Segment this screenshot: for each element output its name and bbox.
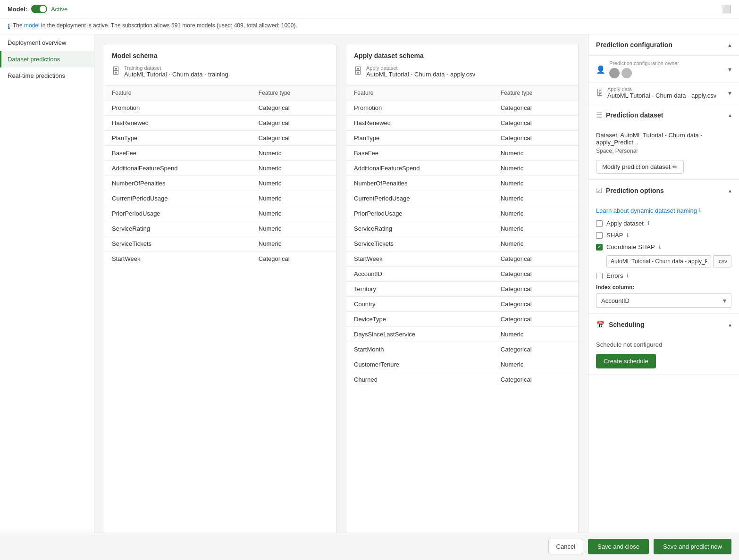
index-column-value: AccountID: [601, 297, 630, 304]
apply-schema-header-row: Feature Feature type: [346, 86, 578, 100]
model-schema-title: Model schema: [112, 52, 328, 59]
training-dataset-name: AutoML Tutorial - Churn data - training: [124, 71, 228, 78]
toggle-knob: [40, 6, 46, 12]
table-row: DaysSinceLastServiceNumeric: [346, 327, 578, 342]
sidebar-item-real-time-predictions[interactable]: Real-time predictions: [0, 67, 94, 84]
feature-type-cell: Categorical: [493, 372, 578, 387]
modify-prediction-dataset-button[interactable]: Modify prediction dataset ✏: [596, 160, 684, 174]
feature-type-cell: Categorical: [493, 282, 578, 297]
prediction-options-header[interactable]: ☑ Prediction options ▴: [588, 180, 739, 201]
model-dataset-info: 🗄 Training dataset AutoML Tutorial - Chu…: [112, 65, 328, 78]
prediction-dataset-space: Space: Personal: [596, 148, 731, 154]
model-schema-table: Feature Feature type PromotionCategorica…: [104, 86, 336, 266]
prediction-dataset-content: Dataset: AutoML Tutorial - Churn data - …: [588, 126, 739, 179]
table-row: PromotionCategorical: [346, 100, 578, 116]
index-column-select[interactable]: AccountID ▾: [596, 293, 731, 308]
shap-option-row: SHAP ℹ: [596, 232, 731, 239]
create-schedule-button[interactable]: Create schedule: [596, 354, 656, 368]
table-row: CountryCategorical: [346, 297, 578, 312]
training-dataset-label: Training dataset: [124, 65, 228, 71]
feature-type-cell: Numeric: [493, 221, 578, 236]
errors-option-row: Errors ℹ: [596, 272, 731, 279]
save-predict-button[interactable]: Save and predict now: [654, 539, 731, 554]
top-bar: Model: Active ⬜: [0, 0, 739, 18]
apply-dataset-checkbox[interactable]: [596, 220, 603, 227]
table-row: ServiceTicketsNumeric: [104, 236, 336, 251]
feature-cell: ServiceTickets: [104, 236, 251, 251]
prediction-options-icon: ☑: [596, 186, 602, 195]
apply-data-chevron-down[interactable]: ▾: [728, 89, 731, 97]
table-row: NumberOfPenaltiesNumeric: [104, 176, 336, 191]
apply-schema-panel: Apply dataset schema 🗄 Apply dataset Aut…: [346, 44, 579, 543]
prediction-options-chevron[interactable]: ▴: [729, 187, 731, 194]
sidebar-item-deployment-overview[interactable]: Deployment overview: [0, 34, 94, 51]
feature-cell: StartWeek: [346, 251, 493, 267]
shap-option-label: SHAP: [606, 232, 623, 239]
feature-cell: PriorPeriodUsage: [346, 206, 493, 221]
main-content: Model schema 🗄 Training dataset AutoML T…: [94, 34, 588, 552]
prediction-dataset-header[interactable]: ☰ Prediction dataset ▴: [588, 104, 739, 126]
collapse-icon[interactable]: ▴: [728, 41, 731, 49]
coordinate-shap-checkbox[interactable]: ✓: [596, 244, 603, 251]
table-row: BaseFeeNumeric: [104, 146, 336, 161]
index-column-label: Index column:: [596, 284, 731, 291]
feature-type-cell: Categorical: [493, 297, 578, 312]
feature-type-cell: Categorical: [493, 100, 578, 116]
feature-type-cell: Numeric: [251, 176, 336, 191]
apply-dataset-option-row: Apply dataset ℹ: [596, 220, 731, 227]
feature-cell: ServiceRating: [346, 221, 493, 236]
dynamic-naming-link[interactable]: Learn about dynamic dataset naming ℹ: [596, 207, 731, 214]
prediction-dataset-icon: ☰: [596, 111, 602, 119]
coordinate-shap-info-icon[interactable]: ℹ: [659, 244, 661, 250]
table-row: BaseFeeNumeric: [346, 146, 578, 161]
shap-checkbox[interactable]: [596, 232, 603, 239]
model-toggle[interactable]: [31, 5, 47, 13]
modify-label: Modify prediction dataset: [602, 163, 671, 170]
feature-type-cell: Numeric: [493, 357, 578, 372]
apply-feature-type-col-header: Feature type: [493, 86, 578, 100]
table-row: AdditionalFeatureSpendNumeric: [104, 161, 336, 176]
feature-type-cell: Numeric: [251, 161, 336, 176]
prediction-dataset-chevron[interactable]: ▴: [729, 112, 731, 118]
feature-cell: NumberOfPenalties: [104, 176, 251, 191]
active-status: Active: [51, 6, 67, 13]
owner-chevron-down[interactable]: ▾: [728, 66, 731, 73]
table-row: StartWeekCategorical: [346, 251, 578, 267]
shap-info-icon[interactable]: ℹ: [627, 232, 629, 238]
scheduling-chevron[interactable]: ▴: [729, 321, 731, 328]
maximize-icon[interactable]: ⬜: [722, 5, 731, 13]
feature-cell: HasRenewed: [346, 116, 493, 131]
errors-info-icon[interactable]: ℹ: [627, 273, 629, 279]
scheduling-section: 📅 Scheduling ▴ Schedule not configured C…: [588, 314, 739, 375]
apply-feature-col-header: Feature: [346, 86, 493, 100]
table-row: HasRenewedCategorical: [104, 116, 336, 131]
feature-type-cell: Categorical: [493, 312, 578, 327]
feature-cell: Promotion: [104, 100, 251, 116]
cancel-button[interactable]: Cancel: [548, 539, 583, 554]
model-schema-header: Model schema 🗄 Training dataset AutoML T…: [104, 44, 336, 86]
feature-type-cell: Categorical: [493, 267, 578, 282]
errors-option-label: Errors: [606, 272, 623, 279]
feature-cell: StartWeek: [104, 251, 251, 267]
table-row: CurrentPeriodUsageNumeric: [346, 191, 578, 206]
shap-input-field[interactable]: [606, 255, 711, 267]
table-row: NumberOfPenaltiesNumeric: [346, 176, 578, 191]
prediction-options-content: Learn about dynamic dataset naming ℹ App…: [588, 201, 739, 313]
coordinate-shap-option-label: Coordinate SHAP: [606, 243, 655, 251]
errors-checkbox[interactable]: [596, 273, 603, 279]
database-icon-apply: 🗄: [354, 67, 362, 76]
table-row: AccountIDCategorical: [346, 267, 578, 282]
index-column-section: Index column: AccountID ▾: [596, 284, 731, 308]
edit-pencil-icon: ✏: [672, 163, 678, 170]
apply-dataset-info-icon[interactable]: ℹ: [647, 220, 649, 226]
feature-type-cell: Numeric: [493, 327, 578, 342]
shap-input-row: .csv: [606, 255, 731, 267]
table-row: HasRenewedCategorical: [346, 116, 578, 131]
sidebar-item-dataset-predictions[interactable]: Dataset predictions: [0, 51, 94, 67]
scheduling-header[interactable]: 📅 Scheduling ▴: [588, 314, 739, 335]
feature-cell: BaseFee: [346, 146, 493, 161]
table-row: ChurnedCategorical: [346, 372, 578, 387]
model-link[interactable]: model: [24, 22, 40, 29]
save-close-button[interactable]: Save and close: [588, 539, 649, 554]
feature-cell: StartMonth: [346, 342, 493, 357]
